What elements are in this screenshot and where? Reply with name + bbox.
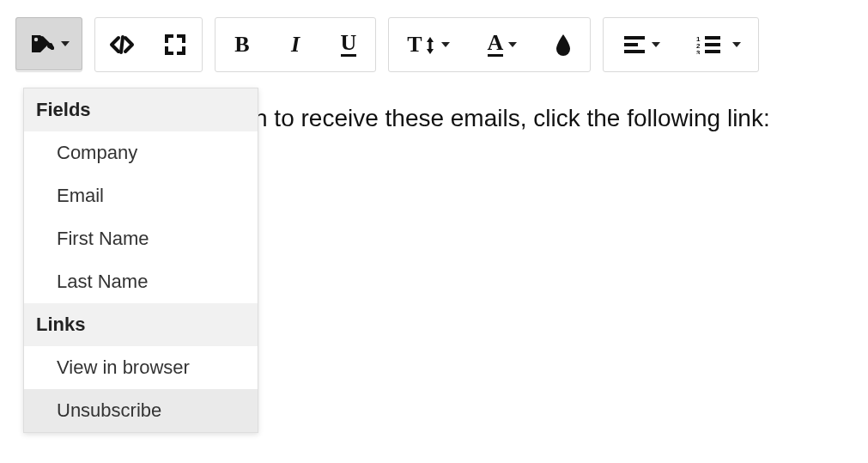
editor-toolbar: B I U T A [0,0,868,72]
body-text-fragment: sh to receive these emails, click the fo… [242,105,770,131]
svg-point-0 [34,38,38,41]
chevron-down-icon [508,42,517,47]
chevron-down-icon [652,42,660,47]
chevron-down-icon [732,42,741,47]
insert-tag-dropdown-button[interactable] [15,17,82,70]
font-size-glyph: T [407,34,435,56]
svg-text:3: 3 [696,49,701,54]
fullscreen-icon [164,34,186,56]
bold-glyph: B [234,32,249,58]
dropdown-group-header-fields: Fields [24,88,258,131]
dropdown-item-email[interactable]: Email [24,174,258,217]
align-left-icon [622,35,646,54]
code-icon [109,34,135,55]
tag-icon [28,33,56,55]
font-size-dropdown-button[interactable]: T [389,18,468,71]
font-color-dropdown-button[interactable]: A [468,18,537,71]
underline-button[interactable]: U [322,18,375,71]
dropdown-group-header-links: Links [24,303,258,346]
fullscreen-button[interactable] [149,18,202,71]
insert-tag-dropdown-menu: Fields Company Email First Name Last Nam… [23,88,258,433]
alignment-dropdown-button[interactable] [604,18,679,71]
toolbar-group-insert [15,17,82,72]
toolbar-group-font: T A [388,17,591,72]
ordered-list-icon: 1 2 3 [696,35,722,54]
bold-button[interactable]: B [215,18,269,71]
highlight-color-button[interactable] [537,18,590,71]
toolbar-group-view [94,17,203,72]
underline-glyph: U [341,33,357,56]
dropdown-item-last-name[interactable]: Last Name [24,260,258,303]
chevron-down-icon [441,42,450,47]
italic-glyph: I [291,32,300,58]
chevron-down-icon [61,41,70,46]
italic-button[interactable]: I [269,18,322,71]
list-dropdown-button[interactable]: 1 2 3 [679,18,758,71]
codeview-button[interactable] [95,18,149,71]
droplet-icon [554,33,573,57]
dropdown-item-unsubscribe[interactable]: Unsubscribe [24,389,258,432]
dropdown-item-company[interactable]: Company [24,131,258,174]
toolbar-group-paragraph: 1 2 3 [603,17,759,72]
toolbar-group-style: B I U [215,17,376,72]
dropdown-item-first-name[interactable]: First Name [24,217,258,260]
dropdown-item-view-in-browser[interactable]: View in browser [24,346,258,389]
font-color-glyph: A [488,33,504,56]
